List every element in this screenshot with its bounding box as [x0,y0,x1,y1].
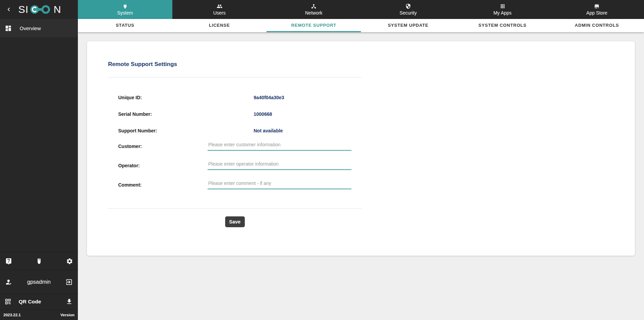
download-button[interactable] [65,297,73,306]
subtab-status[interactable]: STATUS [78,19,172,32]
subtab-remote-support[interactable]: REMOTE SUPPORT [266,19,361,32]
sidebar-item-overview[interactable]: Overview [0,19,78,37]
field-label: Unique ID: [118,95,208,100]
divider-top [108,77,362,78]
field-row-customer: Customer: [108,137,362,151]
tab-security[interactable]: Security [361,0,455,19]
account-button[interactable] [4,278,13,286]
settings-button[interactable] [65,257,73,265]
field-label: Operator: [118,163,208,170]
sidebar-tools-row [0,252,78,270]
chevron-left-icon [5,6,13,13]
help-button[interactable] [4,257,13,265]
unique-id-value: 9a40f04a30e3 [254,95,284,100]
sidebar-spacer [0,37,78,252]
version-label: Version [60,313,74,317]
help-icon [5,258,12,265]
field-row-operator: Operator: [108,156,362,170]
usb-icon [36,258,43,265]
qr-code-icon [4,298,12,305]
primary-nav: System Users Network Security My Apps Ap… [78,0,644,19]
power-plug-icon [122,3,128,9]
divider-bottom [108,208,362,209]
field-row-unique-id: Unique ID: 9a40f04a30e3 [108,94,362,101]
app-window: SI N Overview [0,0,644,320]
network-hub-icon [311,3,317,9]
link-circles-icon [29,2,53,17]
page-title: Remote Support Settings [108,61,362,68]
tab-my-apps[interactable]: My Apps [455,0,550,19]
sicon-logo: SI N [18,2,61,17]
tab-label: My Apps [493,10,512,16]
tab-label: Security [400,10,417,16]
serial-number-value: 1000668 [254,111,272,117]
sidebar-header: SI N [0,0,78,19]
main-area: System Users Network Security My Apps Ap… [78,0,644,320]
sidebar-qr-row[interactable]: QR Code [0,294,78,309]
settings-gear-icon [66,258,73,265]
dashboard-icon [5,25,12,32]
subtab-system-update[interactable]: SYSTEM UPDATE [361,19,455,32]
tab-label: Users [213,10,226,16]
shield-icon [405,3,411,9]
customer-input[interactable] [208,142,351,151]
logout-icon [65,278,73,286]
back-button[interactable] [5,5,13,14]
tab-label: App Store [586,10,607,16]
field-label: Serial Number: [118,111,208,117]
sidebar-item-label: Overview [20,25,41,31]
qr-code-label: QR Code [19,299,65,305]
username-label: gpsadmin [13,279,65,285]
person-check-icon [5,278,13,286]
logo-text-prefix: SI [18,4,28,15]
field-row-serial-number: Serial Number: 1000668 [108,110,362,118]
version-value: 2023.22.1 [3,313,21,317]
sidebar: SI N Overview [0,0,78,320]
comment-input[interactable] [208,180,351,189]
operator-input[interactable] [208,161,351,170]
support-number-value: Not available [254,128,283,133]
field-label: Support Number: [118,128,208,133]
save-button[interactable]: Save [225,216,245,227]
users-icon [217,3,222,9]
download-icon [66,298,73,305]
sidebar-version-row: 2023.22.1 Version [0,309,78,320]
sidebar-account-row: gpsadmin [0,270,78,294]
usb-button[interactable] [35,257,43,265]
tab-label: System [117,10,133,16]
remote-support-form: Unique ID: 9a40f04a30e3 Serial Number: 1… [108,94,362,189]
remote-support-card: Remote Support Settings Unique ID: 9a40f… [87,41,635,256]
field-row-comment: Comment: [108,176,362,189]
subtab-system-controls[interactable]: SYSTEM CONTROLS [455,19,550,32]
field-label: Comment: [118,182,208,189]
field-label: Customer: [118,144,208,151]
tab-label: Network [305,10,322,16]
tab-network[interactable]: Network [266,0,361,19]
tab-system[interactable]: System [78,0,172,19]
tab-users[interactable]: Users [172,0,267,19]
apps-grid-icon [500,3,506,9]
logo-text-suffix: N [53,4,61,15]
secondary-nav: STATUS LICENSE REMOTE SUPPORT SYSTEM UPD… [78,19,644,32]
logout-button[interactable] [65,278,73,286]
store-icon [594,3,600,9]
field-row-support-number: Support Number: Not available [108,127,362,134]
content-area: Remote Support Settings Unique ID: 9a40f… [78,32,644,320]
subtab-license[interactable]: LICENSE [172,19,267,32]
subtab-admin-controls[interactable]: ADMIN CONTROLS [550,19,644,32]
tab-app-store[interactable]: App Store [550,0,644,19]
